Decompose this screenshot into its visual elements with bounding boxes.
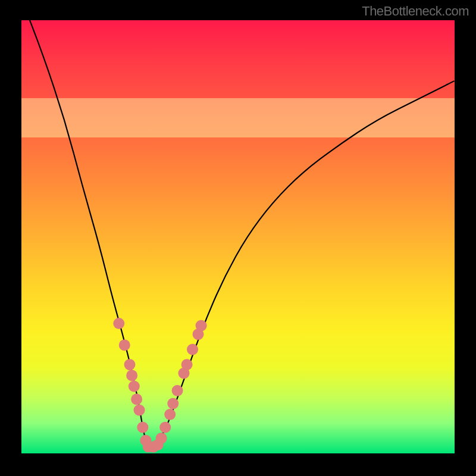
data-marker [126, 369, 137, 381]
plot-area [21, 20, 455, 453]
data-marker [167, 398, 178, 409]
data-markers [113, 318, 206, 452]
data-marker [159, 422, 171, 433]
data-marker [196, 320, 207, 331]
watermark-text: TheBottleneck.com [362, 4, 469, 19]
data-marker [137, 422, 148, 433]
data-marker [187, 344, 198, 355]
data-marker [164, 409, 176, 420]
bottleneck-curve [21, 20, 455, 447]
data-marker [134, 405, 145, 416]
data-marker [124, 359, 136, 370]
chart-svg [21, 20, 455, 453]
data-marker [131, 394, 142, 405]
data-marker [172, 385, 183, 396]
data-marker [156, 433, 167, 444]
data-marker [181, 359, 193, 370]
data-marker [119, 340, 130, 351]
data-marker [129, 381, 140, 392]
data-marker [113, 318, 124, 329]
